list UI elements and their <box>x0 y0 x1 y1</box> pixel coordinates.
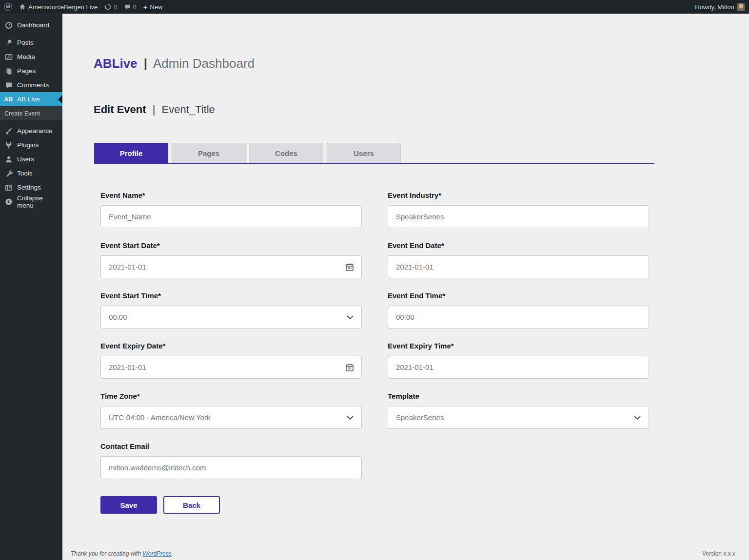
tab-profile[interactable]: Profile <box>94 143 168 163</box>
event-start-time-select[interactable] <box>100 306 362 328</box>
sidebar-item-media[interactable]: Media <box>0 50 62 64</box>
field-template: Template <box>388 392 649 429</box>
event-expiry-date-input[interactable] <box>100 356 362 379</box>
comments-button[interactable]: 0 <box>124 0 137 14</box>
admin-sidebar: Dashboard Posts Media Pages Comments AB … <box>0 14 62 560</box>
wordpress-logo-icon: W <box>4 3 12 11</box>
footer-thanks-text: Thank you for creating with <box>71 550 141 557</box>
sidebar-subitem-label: Create Event <box>4 110 40 117</box>
save-button[interactable]: Save <box>100 496 157 514</box>
event-expiry-time-label: Event Expiry Time* <box>388 342 649 350</box>
event-start-date-input[interactable] <box>100 255 362 278</box>
template-select[interactable] <box>388 406 649 429</box>
sidebar-item-collapse-menu[interactable]: Collapse menu <box>0 194 62 209</box>
chevron-down-icon[interactable] <box>633 415 641 420</box>
sidebar-item-users[interactable]: Users <box>0 152 62 166</box>
chevron-down-icon[interactable] <box>346 415 354 420</box>
field-event-name: Event Name* <box>100 191 362 228</box>
updates-button[interactable]: 0 <box>104 0 117 14</box>
dashboard-icon <box>4 21 13 29</box>
sidebar-item-settings[interactable]: Settings <box>0 180 62 194</box>
sidebar-item-label: Pages <box>17 67 36 75</box>
howdy-label: Howdy, Milton <box>695 3 734 11</box>
event-end-time-input[interactable] <box>388 306 649 328</box>
sidebar-item-label: Settings <box>17 184 41 191</box>
pages-icon <box>4 67 13 75</box>
tab-pages[interactable]: Pages <box>172 143 246 163</box>
page-title-separator: | <box>153 103 156 116</box>
update-icon <box>104 3 111 10</box>
brand-name: ABLive <box>94 56 138 71</box>
sidebar-item-label: Collapse menu <box>17 194 59 209</box>
field-event-end-date: Event End Date* <box>388 241 649 278</box>
account-menu[interactable]: Howdy, Milton <box>695 0 745 14</box>
site-name-label: AmerisourceBergen Live <box>28 3 98 11</box>
field-event-expiry-time: Event Expiry Time* <box>388 342 649 379</box>
calendar-icon[interactable] <box>345 363 354 372</box>
event-name-input[interactable] <box>100 205 362 228</box>
sidebar-item-appearance[interactable]: Appearance <box>0 124 62 138</box>
field-event-start-time: Event Start Time* <box>100 291 362 328</box>
sidebar-item-pages[interactable]: Pages <box>0 64 62 78</box>
plug-icon <box>4 141 13 149</box>
sidebar-item-tools[interactable]: Tools <box>0 166 62 180</box>
calendar-icon[interactable] <box>345 263 354 271</box>
event-form: Event Name* Event Industry* Event Start … <box>100 191 749 479</box>
field-time-zone: Time Zone* <box>100 392 362 429</box>
tab-users[interactable]: Users <box>327 143 401 163</box>
event-end-date-label: Event End Date* <box>388 241 649 250</box>
time-zone-select[interactable] <box>100 406 362 429</box>
sidebar-item-ab-live[interactable]: AB AB Live <box>0 92 62 106</box>
field-event-industry: Event Industry* <box>388 191 649 228</box>
user-icon <box>4 155 13 163</box>
footer-thanks: Thank you for creating with WordPress. <box>71 550 173 557</box>
admin-bar: W AmerisourceBergen Live 0 0 + New Howd <box>0 0 749 14</box>
comment-count: 0 <box>133 3 137 11</box>
chevron-down-icon[interactable] <box>346 315 354 320</box>
sidebar-item-plugins[interactable]: Plugins <box>0 138 62 152</box>
contact-email-input[interactable] <box>100 456 362 479</box>
brand-header: ABLive | Admin Dashboard <box>94 56 749 71</box>
sidebar-item-label: Posts <box>17 39 34 46</box>
site-name-link[interactable]: AmerisourceBergen Live <box>19 0 98 14</box>
media-icon <box>4 53 13 61</box>
template-label: Template <box>388 392 649 400</box>
sidebar-item-label: Users <box>17 155 34 163</box>
sidebar-item-posts[interactable]: Posts <box>0 36 62 50</box>
sidebar-item-label: Dashboard <box>17 21 49 29</box>
sidebar-item-dashboard[interactable]: Dashboard <box>0 18 62 32</box>
new-content-button[interactable]: + New <box>143 0 163 14</box>
sidebar-item-label: AB Live <box>17 96 40 103</box>
back-button[interactable]: Back <box>163 496 220 514</box>
wordpress-link[interactable]: WordPress <box>142 550 171 557</box>
event-end-date-input[interactable] <box>388 255 649 278</box>
ab-live-icon: AB <box>4 95 13 103</box>
wordpress-logo-button[interactable]: W <box>4 0 12 14</box>
settings-icon <box>4 183 13 192</box>
field-contact-email: Contact Email <box>100 442 362 479</box>
event-start-time-label: Event Start Time* <box>100 291 362 300</box>
sidebar-item-label: Tools <box>17 170 33 177</box>
event-start-date-label: Event Start Date* <box>100 241 362 250</box>
tab-bar: Profile Pages Codes Users <box>94 143 654 164</box>
page-title-subtitle: Event_Title <box>162 103 215 116</box>
field-empty <box>388 442 649 479</box>
tab-codes[interactable]: Codes <box>249 143 323 163</box>
sidebar-item-label: Media <box>17 53 35 60</box>
form-actions: Save Back <box>100 496 749 514</box>
event-expiry-date-label: Event Expiry Date* <box>100 342 362 350</box>
event-name-label: Event Name* <box>100 191 362 199</box>
pushpin-icon <box>4 39 13 47</box>
event-expiry-time-input[interactable] <box>388 356 649 379</box>
field-event-expiry-date: Event Expiry Date* <box>100 342 362 379</box>
version-label: Version x.x.x <box>702 550 735 557</box>
sidebar-subitem-create-event[interactable]: Create Event <box>0 106 62 120</box>
sidebar-item-comments[interactable]: Comments <box>0 78 62 92</box>
brand-separator: | <box>144 56 147 71</box>
wrench-icon <box>4 169 13 177</box>
sidebar-item-label: Plugins <box>17 141 39 149</box>
time-zone-label: Time Zone* <box>100 392 362 400</box>
new-label: New <box>150 3 163 11</box>
event-industry-input[interactable] <box>388 205 649 228</box>
collapse-arrow-icon <box>4 197 13 206</box>
